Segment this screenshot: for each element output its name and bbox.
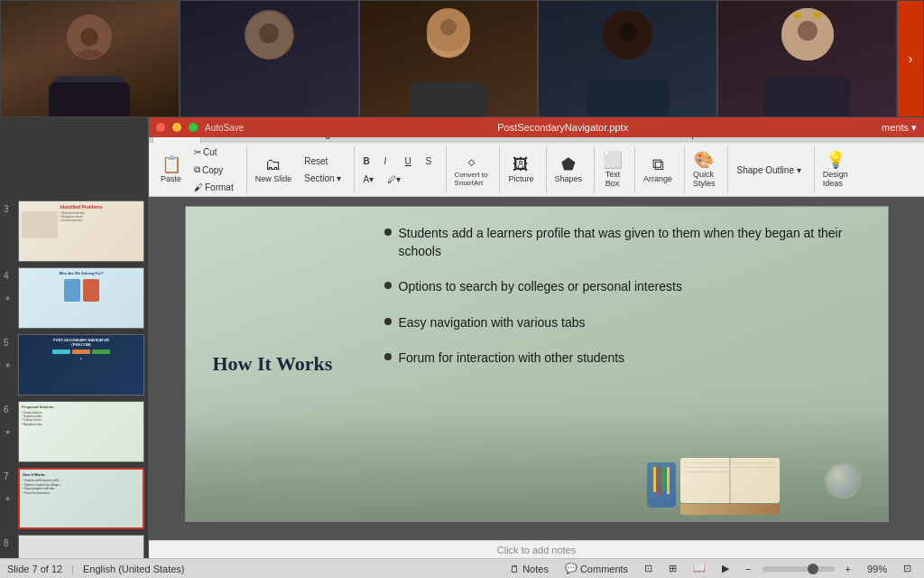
quick-styles-button[interactable]: 🎨 QuickStyles [688,148,720,191]
slide-thumb-6[interactable]: 6 Proposed Solution • Create platform• S… [4,401,144,462]
picture-group: 🖼 Picture [504,146,546,193]
fit-to-window-button[interactable]: ⊡ [898,561,917,577]
video-tile-1[interactable] [0,0,180,117]
slide-image-6: Proposed Solution • Create platform• Stu… [18,401,144,462]
shapes-group: ⬟ Shapes [550,146,596,193]
underline-button[interactable]: U [400,154,418,169]
slide-info: Slide 7 of 12 [7,564,62,574]
slide-sorter-button[interactable]: ⊞ [663,561,682,577]
slideshow-button[interactable]: ▶ [716,561,735,577]
slide-canvas: How It Works Students add a learners pro… [185,206,889,522]
video-tile-3[interactable] [359,0,539,117]
slide-image-3: Identified Problems • Students need help… [18,200,144,262]
highlight-button[interactable]: 🖊▾ [382,172,406,187]
strikethrough-button[interactable]: S [420,154,439,169]
language-indicator: English (United States) [83,564,185,574]
zoom-percent[interactable]: 99% [862,561,892,577]
format-painter-button[interactable]: 🖌 Format [189,180,239,195]
slideshow-icon: ▶ [722,563,729,574]
autosave-label: AutoSave [205,123,244,133]
reading-view-icon: 📖 [693,563,706,574]
slide-bullets: Students add a learners profile that was… [384,225,870,377]
normal-view-icon: ⊡ [644,563,652,574]
notes-button[interactable]: 🗒 Notes [504,561,554,577]
arrange-group: ⧉ Arrange [639,146,685,193]
quick-styles-group: 🎨 QuickStyles [688,146,728,193]
new-slide-icon: 🗂 [265,156,282,172]
slide-thumb-5[interactable]: 5 POST-SECONDARY NAVIGATOR(PSN.COM) ▶ ★ [4,334,144,396]
video-tile-2[interactable] [180,0,359,117]
slide-thumb-7[interactable]: 7 How It Works • Students add learners p… [4,468,144,529]
comments-icon: 💬 [565,563,578,574]
design-ideas-group: 💡 DesignIdeas [818,146,860,193]
slide-decoration [186,386,888,521]
shape-outline-button[interactable]: Shape Outline ▾ [732,163,807,178]
bullet-dot-1 [384,228,392,236]
bullet-dot-2 [384,282,392,289]
slides-group: 🗂 New Slide Reset Section ▾ [251,146,355,193]
zoom-slider-thumb [808,564,818,574]
bullet-text-2: Options to search by colleges or persona… [399,278,682,296]
bold-button[interactable]: B [358,154,376,169]
text-box-button[interactable]: ⬜ TextBox [598,148,627,191]
section-button[interactable]: Section ▾ [299,171,346,186]
convert-smartart-group: ⬦ Convert toSmartArt [450,146,501,193]
status-right-controls: 🗒 Notes 💬 Comments ⊡ ⊞ 📖 ▶ − + 99% ⊡ [504,561,917,577]
slide-image-5: POST-SECONDARY NAVIGATOR(PSN.COM) ▶ [18,334,144,396]
new-slide-button[interactable]: 🗂 New Slide [251,148,297,191]
text-box-group: ⬜ TextBox [598,146,635,193]
video-expand-button[interactable]: › [897,0,924,117]
slide-image-7: How It Works • Students add learners pro… [18,468,144,529]
minimize-button[interactable] [172,123,181,132]
cut-icon: ✂ [194,147,201,157]
cut-button[interactable]: ✂ Cut [189,144,239,160]
paste-button[interactable]: 📋 Paste [156,148,186,191]
reset-button[interactable]: Reset [299,154,346,169]
notes-icon: 🗒 [510,564,520,574]
bullet-text-4: Forum for interaction with other student… [399,350,625,368]
clipboard-group: 📋 Paste ✂ Cut ⧉ Copy 🖌 Format [156,146,247,193]
ribbon-content: 📋 Paste ✂ Cut ⧉ Copy 🖌 Format [149,143,924,197]
bullet-3: Easy navigation with various tabs [384,314,870,332]
copy-icon: ⧉ [194,164,200,175]
shapes-button[interactable]: ⬟ Shapes [550,148,587,191]
section-dropdown-icon: ▾ [337,173,341,183]
zoom-minus-button[interactable]: − [740,561,756,577]
bullet-text-3: Easy navigation with various tabs [399,314,586,332]
bullet-4: Forum for interaction with other student… [384,350,870,368]
close-button[interactable] [156,123,165,132]
slide-title: How It Works [213,351,357,378]
design-ideas-button[interactable]: 💡 DesignIdeas [818,148,853,191]
convert-smartart-button[interactable]: ⬦ Convert toSmartArt [450,148,493,191]
italic-button[interactable]: I [379,154,397,169]
slide-thumb-4[interactable]: 4 Who Are We Solving For? ★ [4,267,144,329]
picture-button[interactable]: 🖼 Picture [504,148,538,191]
bullet-dot-4 [384,353,392,360]
zoom-slider[interactable] [762,566,835,572]
font-color-button[interactable]: A▾ [358,172,380,187]
reading-view-button[interactable]: 📖 [688,561,711,577]
format-painter-icon: 🖌 [194,182,203,192]
slides-panel: 3 Identified Problems • Students need he… [0,117,149,578]
main-content-area: How It Works Students add a learners pro… [149,197,924,551]
slide-image-4: Who Are We Solving For? [18,267,144,329]
font-group: B I U S A▾ 🖊▾ [358,146,447,193]
window-title: PostSecondaryNavigator.pptx [251,122,874,133]
status-bar: Slide 7 of 12 | English (United States) … [0,558,924,578]
slide-view-normal-button[interactable]: ⊡ [639,561,658,577]
slide-thumb-3[interactable]: 3 Identified Problems • Students need he… [4,200,144,262]
bullet-1: Students add a learners profile that was… [384,225,870,260]
comments-button[interactable]: ments ▾ [882,122,917,134]
comments-button[interactable]: 💬 Comments [559,561,633,577]
video-tile-4[interactable] [538,0,717,117]
arrange-button[interactable]: ⧉ Arrange [639,148,677,191]
expand-arrow-icon: › [898,1,923,117]
paste-icon: 📋 [162,156,181,172]
title-bar: AutoSave PostSecondaryNavigator.pptx men… [149,117,924,137]
copy-button[interactable]: ⧉ Copy [189,162,239,178]
maximize-button[interactable] [189,123,198,132]
video-conference-bar: › [0,0,924,117]
click-to-add-notes[interactable]: Click to add notes [149,540,924,558]
video-tile-5[interactable] [717,0,897,117]
zoom-plus-button[interactable]: + [840,561,856,577]
